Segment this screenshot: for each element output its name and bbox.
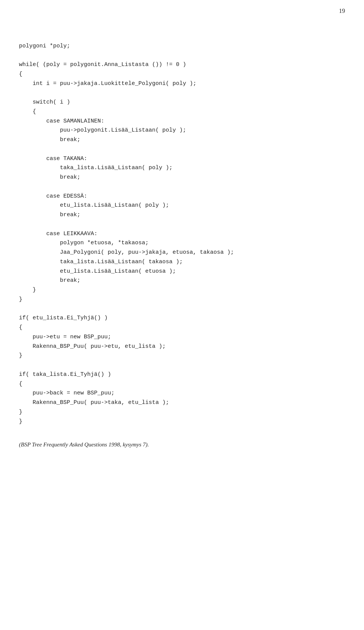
page-number: 19: [339, 8, 345, 14]
code-line: break;: [19, 135, 345, 145]
code-line: polygoni *poly;: [19, 42, 345, 51]
code-line: case SAMANLAINEN:: [19, 117, 345, 126]
page-container: 19 polygoni *poly; while( (poly = polygo…: [0, 0, 364, 630]
code-line: break;: [19, 211, 345, 220]
code-line: while( (poly = polygonit.Anna_Listasta (…: [19, 60, 345, 70]
code-line: }: [19, 417, 345, 427]
code-line: case LEIKKAAVA:: [19, 229, 345, 239]
code-line: break;: [19, 173, 345, 182]
code-line: if( taka_lista.Ei_Tyhjä() ): [19, 370, 345, 380]
code-line: {: [19, 107, 345, 117]
code-line: puu->back = new BSP_puu;: [19, 389, 345, 398]
code-line: [19, 305, 345, 314]
code-line: puu->polygonit.Lisää_Listaan( poly );: [19, 126, 345, 135]
code-line: int i = puu->jakaja.Luokittele_Polygoni(…: [19, 79, 345, 89]
code-line: }: [19, 351, 345, 361]
footer-text: (BSP Tree Frequently Asked Questions 199…: [19, 441, 345, 448]
code-line: taka_lista.Lisää_Listaan( poly );: [19, 163, 345, 173]
code-line: Jaa_Polygoni( poly, puu->jakaja, etuosa,…: [19, 248, 345, 258]
code-block: polygoni *poly; while( (poly = polygonit…: [19, 23, 345, 426]
code-line: polygon *etuosa, *takaosa;: [19, 239, 345, 248]
code-line: {: [19, 323, 345, 333]
code-line: break;: [19, 276, 345, 286]
code-line: [19, 361, 345, 370]
code-line: case TAKANA:: [19, 154, 345, 164]
code-line: Rakenna_BSP_Puu( puu->taka, etu_lista );: [19, 398, 345, 408]
code-line: Rakenna_BSP_Puu( puu->etu, etu_lista );: [19, 342, 345, 352]
code-line: }: [19, 286, 345, 295]
code-line: [19, 145, 345, 154]
code-line: {: [19, 380, 345, 389]
code-line: taka_lista.Lisää_Listaan( takaosa );: [19, 258, 345, 267]
code-line: [19, 182, 345, 192]
code-line: if( etu_lista.Ei_Tyhjä() ): [19, 314, 345, 323]
code-line: case EDESSÄ:: [19, 192, 345, 201]
code-line: etu_lista.Lisää_Listaan( poly );: [19, 201, 345, 211]
code-line: [19, 88, 345, 98]
code-line: switch( i ): [19, 98, 345, 107]
code-line: [19, 220, 345, 229]
code-line: puu->etu = new BSP_puu;: [19, 333, 345, 342]
code-line: {: [19, 70, 345, 79]
code-line: }: [19, 295, 345, 305]
code-line: [19, 51, 345, 60]
code-line: }: [19, 408, 345, 417]
code-line: etu_lista.Lisää_Listaan( etuosa );: [19, 267, 345, 277]
